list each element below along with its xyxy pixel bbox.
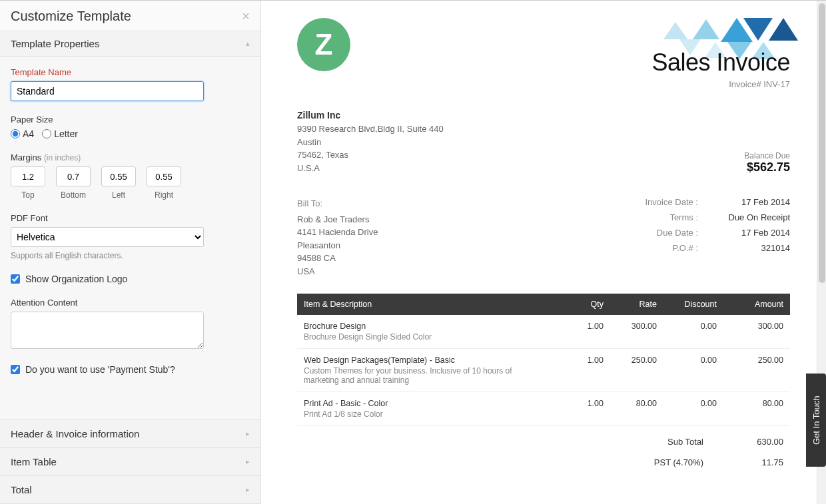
margin-right-label: Right xyxy=(155,190,173,200)
margin-bottom-input[interactable] xyxy=(56,166,91,186)
show-logo-label: Show Organization Logo xyxy=(25,274,127,284)
get-in-touch-tab[interactable]: Get In Touch xyxy=(806,374,826,467)
section-label: Template Properties xyxy=(11,38,99,49)
scroll-thumb[interactable] xyxy=(819,3,825,283)
col-item: Item & Description xyxy=(297,294,570,315)
section-template-properties[interactable]: Template Properties ▴ xyxy=(0,31,260,57)
attention-textarea[interactable] xyxy=(11,312,204,349)
margins-label: Margins (in inches) xyxy=(11,152,250,162)
section-total[interactable]: Total ▸ xyxy=(0,475,260,504)
pdf-font-select[interactable]: Helvetica xyxy=(11,227,204,247)
col-qty: Qty xyxy=(570,294,610,315)
section-header-invoice[interactable]: Header & Invoice information ▸ xyxy=(0,419,260,447)
company-address: Zillum Inc 9390 Research Blvd,Bldg II, S… xyxy=(297,109,444,174)
payment-stub-checkbox[interactable] xyxy=(11,365,20,374)
sidebar-header: Customize Template × xyxy=(0,1,260,31)
margin-bottom-label: Bottom xyxy=(61,190,86,200)
invoice-preview: Z Sales Invoice Invoice# INV-17 Zillum I… xyxy=(297,18,790,473)
attention-label: Attention Content xyxy=(11,298,250,308)
paper-letter-radio[interactable] xyxy=(42,129,51,138)
bill-to: Bill To: Rob & Joe Traders 4141 Hacienda… xyxy=(297,197,378,278)
customize-sidebar: Customize Template × Template Properties… xyxy=(0,1,261,504)
items-table: Item & Description Qty Rate Discount Amo… xyxy=(297,294,790,426)
table-row: Print Ad - Basic - ColorPrint Ad 1/8 siz… xyxy=(297,392,790,426)
col-discount: Discount xyxy=(663,294,723,315)
col-amount: Amount xyxy=(723,294,790,315)
sidebar-title: Customize Template xyxy=(11,9,131,24)
chevron-right-icon: ▸ xyxy=(246,457,250,466)
col-rate: Rate xyxy=(610,294,663,315)
balance-due: Balance Due $562.75 xyxy=(744,151,790,174)
chevron-up-icon: ▴ xyxy=(246,39,250,48)
paper-a4-radio[interactable] xyxy=(11,129,20,138)
chevron-right-icon: ▸ xyxy=(246,429,250,438)
template-name-label: Template Name xyxy=(11,67,250,77)
template-name-input[interactable] xyxy=(11,81,204,101)
paper-a4-option[interactable]: A4 xyxy=(11,128,34,139)
chevron-right-icon: ▸ xyxy=(246,485,250,494)
preview-pane: Z Sales Invoice Invoice# INV-17 Zillum I… xyxy=(261,1,826,504)
table-row: Brochure DesignBrochure Design Single Si… xyxy=(297,315,790,349)
margin-right-input[interactable] xyxy=(147,166,181,186)
margin-left-input[interactable] xyxy=(101,166,136,186)
paper-letter-option[interactable]: Letter xyxy=(42,128,78,139)
margin-top-input[interactable] xyxy=(11,166,45,186)
close-icon[interactable]: × xyxy=(242,9,250,24)
company-logo: Z xyxy=(297,18,350,71)
template-properties-body: Template Name Paper Size A4 Letter Margi… xyxy=(0,57,260,419)
paper-size-label: Paper Size xyxy=(11,115,250,125)
margin-left-label: Left xyxy=(112,190,125,200)
invoice-title: Sales Invoice xyxy=(651,49,790,77)
show-logo-checkbox[interactable] xyxy=(11,274,20,284)
invoice-number: Invoice# INV-17 xyxy=(729,79,790,89)
section-item-table[interactable]: Item Table ▸ xyxy=(0,447,260,475)
table-row: Web Design Packages(Template) - BasicCus… xyxy=(297,349,790,392)
invoice-meta: Invoice Date :17 Feb 2014 Terms :Due On … xyxy=(612,197,790,278)
margin-top-label: Top xyxy=(21,190,34,200)
pdf-font-helper: Supports all English characters. xyxy=(11,251,250,260)
payment-stub-label: Do you want to use 'Payment Stub'? xyxy=(25,364,175,375)
totals: Sub Total630.00 PST (4.70%)11.75 xyxy=(297,431,790,473)
pdf-font-label: PDF Font xyxy=(11,213,250,223)
